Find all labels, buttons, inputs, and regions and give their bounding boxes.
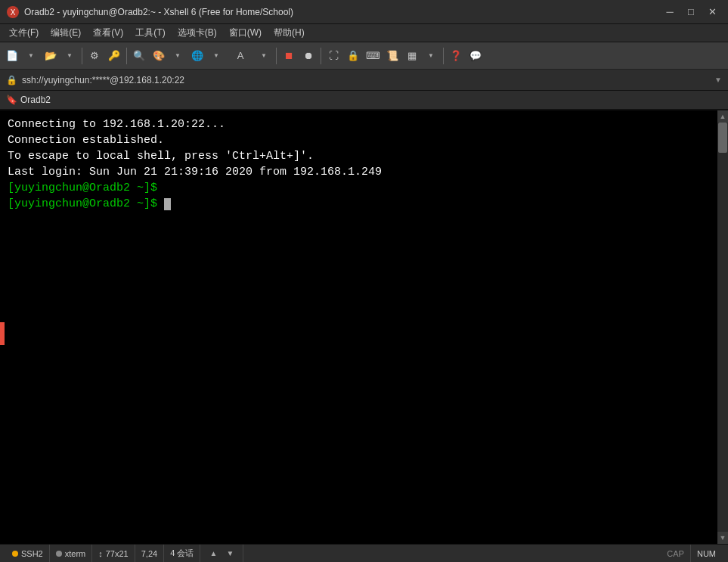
xterm-indicator-dot (56, 551, 62, 557)
tab-icon: 🔖 (6, 95, 17, 105)
terminal-line: [yuyingchun@Oradb2 ~]$ (8, 180, 710, 196)
terminal-wrapper: Connecting to 192.168.1.20:22...Connecti… (0, 110, 728, 544)
close-button[interactable]: ✕ (702, 5, 722, 20)
title-left: X Oradb2 - yuyingchun@Oradb2:~ - Xshell … (6, 5, 293, 19)
nav-up-button[interactable]: ▲ (206, 547, 220, 560)
svg-text:X: X (11, 8, 16, 17)
split-button[interactable]: ▦ (403, 47, 421, 65)
menu-item[interactable]: 查看(V) (87, 25, 129, 41)
status-ssh: SSH2 (6, 545, 50, 562)
font-group: A ▼ (227, 47, 273, 65)
menu-item[interactable]: 选项卡(B) (172, 25, 223, 41)
scroll-thumb[interactable] (718, 123, 727, 153)
address-dropdown-icon[interactable]: ▼ (714, 76, 722, 84)
toolbar-btn-keyboard[interactable]: ⌨ (364, 47, 382, 65)
left-edge-indicator (0, 322, 5, 345)
toolbar-btn-lock[interactable]: 🔒 (344, 47, 362, 65)
color-group: 🎨 ▼ (150, 47, 187, 65)
new-session-group: 📄 ▼ (3, 47, 40, 65)
menu-bar: 文件(F)编辑(E)查看(V)工具(T)选项卡(B)窗口(W)帮助(H) (0, 24, 728, 42)
toolbar-btn-4[interactable]: 🔑 (105, 47, 123, 65)
maximize-button[interactable]: □ (681, 5, 701, 20)
toolbar-btn-comment[interactable]: 💬 (466, 47, 485, 65)
address-text: ssh://yuyingchun:*****@192.168.1.20:22 (22, 75, 710, 85)
scroll-down-button[interactable]: ▼ (717, 532, 728, 544)
terminal-line: Connecting to 192.168.1.20:22... (8, 116, 710, 132)
scroll-up-button[interactable]: ▲ (717, 110, 728, 123)
font-button[interactable]: A (227, 47, 254, 65)
open-group: 📂 ▼ (42, 47, 79, 65)
toolbar-btn-3[interactable]: ⚙ (85, 47, 104, 65)
find-button[interactable]: 🔍 (130, 47, 148, 65)
status-dimensions: ↕ 77x21 (92, 545, 135, 562)
tab-bar: 🔖 Oradb2 (0, 91, 728, 110)
title-bar: X Oradb2 - yuyingchun@Oradb2:~ - Xshell … (0, 0, 728, 24)
ssh-indicator-dot (12, 551, 18, 557)
toolbar-btn-script[interactable]: 📜 (383, 47, 401, 65)
status-sessions: 4 会话 (164, 545, 200, 562)
dimensions-label: 77x21 (106, 549, 129, 558)
toolbar-btn-help[interactable]: ❓ (447, 47, 465, 65)
menu-item[interactable]: 窗口(W) (223, 25, 268, 41)
toolbar-sep-2 (126, 48, 127, 64)
scroll-track[interactable] (717, 123, 728, 532)
window-title: Oradb2 - yuyingchun@Oradb2:~ - Xshell 6 … (24, 7, 293, 17)
tab-label[interactable]: Oradb2 (20, 95, 51, 105)
menu-item[interactable]: 编辑(E) (45, 25, 87, 41)
scrollbar[interactable]: ▲ ▼ (717, 110, 728, 544)
position-label: 7,24 (141, 549, 157, 558)
status-position: 7,24 (135, 545, 164, 562)
dimensions-icon: ↕ (98, 549, 103, 558)
app-icon: X (6, 5, 20, 19)
num-label: NUM (697, 549, 716, 558)
new-session-button[interactable]: 📄 (3, 47, 21, 65)
find-group: 🔍 (130, 47, 148, 65)
open-button[interactable]: 📂 (42, 47, 60, 65)
title-controls: ─ □ ✕ (660, 5, 722, 20)
color-dropdown[interactable]: ▼ (169, 47, 187, 65)
status-nav: ▲ ▼ (200, 545, 243, 562)
toolbar-btn-fullscreen[interactable]: ⛶ (324, 47, 342, 65)
color-button[interactable]: 🎨 (150, 47, 168, 65)
status-xterm: xterm (50, 545, 93, 562)
status-bar: SSH2 xterm ↕ 77x21 7,24 4 会话 ▲ ▼ CAP NUM (0, 544, 728, 562)
lock-icon: 🔒 (6, 75, 17, 85)
split-group: ▦ ▼ (403, 47, 440, 65)
font-dropdown[interactable]: ▼ (255, 47, 273, 65)
terminal-line: [yuyingchun@Oradb2 ~]$ (8, 196, 710, 212)
globe-dropdown[interactable]: ▼ (207, 47, 225, 65)
status-num: NUM (691, 545, 722, 562)
terminal[interactable]: Connecting to 192.168.1.20:22...Connecti… (0, 110, 717, 544)
toolbar-sep-5 (443, 48, 444, 64)
menu-item[interactable]: 文件(F) (3, 25, 45, 41)
toolbar-sep-3 (276, 48, 277, 64)
toolbar-btn-stop[interactable]: ⏹ (280, 47, 298, 65)
ssh-label: SSH2 (21, 549, 43, 558)
minimize-button[interactable]: ─ (660, 5, 680, 20)
split-dropdown[interactable]: ▼ (422, 47, 440, 65)
toolbar-sep-4 (321, 48, 321, 64)
menu-item[interactable]: 工具(T) (129, 25, 171, 41)
status-cap: CAP (661, 545, 691, 562)
nav-down-button[interactable]: ▼ (223, 547, 237, 560)
toolbar-btn-record[interactable]: ⏺ (299, 47, 318, 65)
sessions-label: 4 会话 (170, 548, 194, 559)
toolbar-sep-1 (82, 48, 82, 64)
open-dropdown[interactable]: ▼ (60, 47, 79, 65)
xterm-label: xterm (65, 549, 86, 558)
terminal-cursor (164, 198, 171, 210)
terminal-line: To escape to local shell, press 'Ctrl+Al… (8, 148, 710, 164)
globe-group: 🌐 ▼ (188, 47, 225, 65)
new-session-dropdown[interactable]: ▼ (22, 47, 40, 65)
menu-item[interactable]: 帮助(H) (268, 25, 311, 41)
terminal-line: Connection established. (8, 132, 710, 148)
cap-label: CAP (667, 549, 684, 558)
globe-button[interactable]: 🌐 (188, 47, 206, 65)
toolbar: 📄 ▼ 📂 ▼ ⚙ 🔑 🔍 🎨 ▼ 🌐 ▼ A ▼ ⏹ ⏺ ⛶ 🔒 ⌨ 📜 ▦ … (0, 42, 728, 70)
address-bar: 🔒 ssh://yuyingchun:*****@192.168.1.20:22… (0, 70, 728, 91)
terminal-line: Last login: Sun Jun 21 21:39:16 2020 fro… (8, 164, 710, 180)
